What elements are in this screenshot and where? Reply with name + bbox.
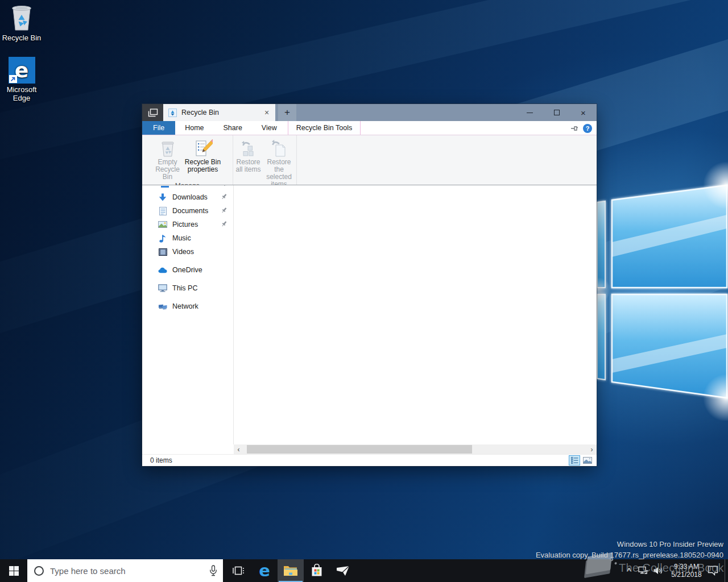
clock-time: 9:33 AM <box>674 563 699 571</box>
titlebar-drag-area[interactable] <box>296 104 516 121</box>
show-desktop-button[interactable] <box>725 559 728 582</box>
pin-icon <box>223 185 229 187</box>
music-icon <box>158 234 167 243</box>
sidebar-item-label: Videos <box>172 248 194 256</box>
restore-all-items-button[interactable]: Restore all items <box>234 137 263 189</box>
scroll-right-arrow[interactable]: › <box>587 444 597 454</box>
recycle-bin-icon <box>9 3 34 32</box>
scrollbar-thumb[interactable] <box>247 445 472 454</box>
build-watermark-line1: Windows 10 Pro Insider Preview <box>536 539 723 550</box>
details-view-icon <box>571 457 578 464</box>
sidebar-item-pictures[interactable]: Pictures <box>142 218 233 231</box>
onedrive-icon <box>158 265 167 275</box>
sidebar-item-downloads[interactable]: Downloads <box>142 190 233 204</box>
menu-share[interactable]: Share <box>214 121 252 135</box>
sidebar-item-music[interactable]: Music <box>142 231 233 245</box>
task-view-icon <box>232 566 245 576</box>
restore-selected-items-button[interactable]: Restore the selected items <box>263 137 296 189</box>
documents-icon <box>158 206 167 215</box>
restore-all-items-icon <box>239 138 258 157</box>
sidebar-item-label: This PC <box>172 284 197 292</box>
hscroll-left-pad <box>142 444 234 454</box>
tab-close-button[interactable]: × <box>262 107 272 118</box>
network-tray-icon[interactable] <box>636 559 651 582</box>
clipped-item-icon <box>161 185 169 188</box>
taskbar-file-explorer-button[interactable] <box>278 559 304 582</box>
horizontal-scrollbar[interactable]: ‹ › <box>234 444 597 454</box>
sidebar-item-documents[interactable]: Documents <box>142 204 233 218</box>
desktop-icon-recycle-bin[interactable]: Recycle Bin <box>0 3 43 42</box>
thumbnail-view-button[interactable] <box>582 455 593 465</box>
clipped-sidebar-item[interactable] <box>142 185 233 190</box>
help-button[interactable]: ? <box>583 124 592 133</box>
taskbar-edge-button[interactable]: e <box>251 559 278 582</box>
sidebar-item-label: Pictures <box>172 221 198 228</box>
sidebar-item-label: Downloads <box>172 193 208 201</box>
desktop: Recycle Bin e Microsoft Edge Windows 10 … <box>0 0 728 582</box>
store-icon <box>311 564 323 577</box>
sidebar-item-label: Network <box>172 302 198 310</box>
scrollbar-track[interactable] <box>243 444 587 454</box>
maximize-icon <box>554 110 560 115</box>
empty-recycle-bin-button[interactable]: Empty Recycle Bin <box>152 137 183 182</box>
search-input[interactable] <box>44 566 209 576</box>
sidebar-item-videos[interactable]: Videos <box>142 245 233 259</box>
network-icon <box>158 302 167 311</box>
sidebar-item-label: Music <box>172 234 191 242</box>
action-center-button[interactable] <box>704 559 721 582</box>
hscroll-row: ‹ › <box>142 444 597 454</box>
restore-selected-items-icon <box>271 138 287 157</box>
menu-home[interactable]: Home <box>175 121 213 135</box>
sidebar-item-this-pc[interactable]: This PC <box>142 281 233 295</box>
close-button[interactable]: × <box>570 104 597 121</box>
volume-tray-icon[interactable] <box>651 559 665 582</box>
tab-list-button[interactable] <box>142 104 163 121</box>
titlebar[interactable]: Recycle Bin × + × <box>142 104 597 121</box>
scroll-left-arrow[interactable]: ‹ <box>234 444 243 454</box>
maximize-button[interactable] <box>543 104 570 121</box>
desktop-icon-label: Microsoft Edge <box>0 85 43 102</box>
tab-recycle-bin-icon <box>168 109 177 117</box>
pin-icon <box>221 207 228 214</box>
mail-icon <box>336 566 350 576</box>
new-tab-button[interactable]: + <box>278 104 296 121</box>
details-view-button[interactable] <box>569 455 580 465</box>
minimize-icon <box>527 113 533 113</box>
taskbar-mail-button[interactable] <box>330 559 356 582</box>
taskbar-store-button[interactable] <box>304 559 330 582</box>
taskbar-search[interactable] <box>27 559 223 582</box>
sidebar-item-network[interactable]: Network <box>142 300 233 313</box>
status-bar: 0 items <box>142 454 597 466</box>
microphone-icon[interactable] <box>209 565 217 576</box>
clock-date: 5/21/2018 <box>671 571 701 579</box>
sidebar-item-onedrive[interactable]: OneDrive <box>142 263 233 277</box>
pin-ribbon-icon[interactable] <box>570 125 578 132</box>
explorer-window: Recycle Bin × + × File Home Share View R… <box>142 104 597 466</box>
windows-logo-icon <box>9 566 19 576</box>
edge-icon: e <box>259 563 270 579</box>
task-view-button[interactable] <box>225 559 251 582</box>
edge-tile-icon: e <box>9 57 35 84</box>
menu-view[interactable]: View <box>252 121 287 135</box>
taskbar-clock[interactable]: 9:33 AM 5/21/2018 <box>665 559 708 582</box>
recycle-bin-properties-icon <box>193 138 213 157</box>
menu-recycle-bin-tools[interactable]: Recycle Bin Tools <box>288 121 361 135</box>
shortcut-arrow-icon <box>9 75 17 83</box>
cortana-icon <box>34 566 44 576</box>
hidden-icons-chevron[interactable]: ^ <box>623 559 635 582</box>
pin-icon <box>221 193 228 200</box>
start-button[interactable] <box>0 559 27 582</box>
file-list-pane[interactable] <box>234 185 597 444</box>
window-tab-recycle-bin[interactable]: Recycle Bin × <box>163 104 275 121</box>
tab-title: Recycle Bin <box>177 109 262 117</box>
menu-file[interactable]: File <box>142 121 175 135</box>
recycle-bin-properties-button[interactable]: Recycle Bin properties <box>183 137 223 182</box>
minimize-button[interactable] <box>516 104 543 121</box>
pin-icon <box>221 221 228 227</box>
ribbon: Empty Recycle Bin <box>142 135 597 185</box>
videos-icon <box>158 247 167 256</box>
item-count: 0 items <box>150 456 567 464</box>
taskbar: e ^ <box>0 559 728 582</box>
navigation-pane: Downloads Documents Pictures <box>142 185 234 444</box>
desktop-icon-edge[interactable]: e Microsoft Edge <box>0 57 43 102</box>
